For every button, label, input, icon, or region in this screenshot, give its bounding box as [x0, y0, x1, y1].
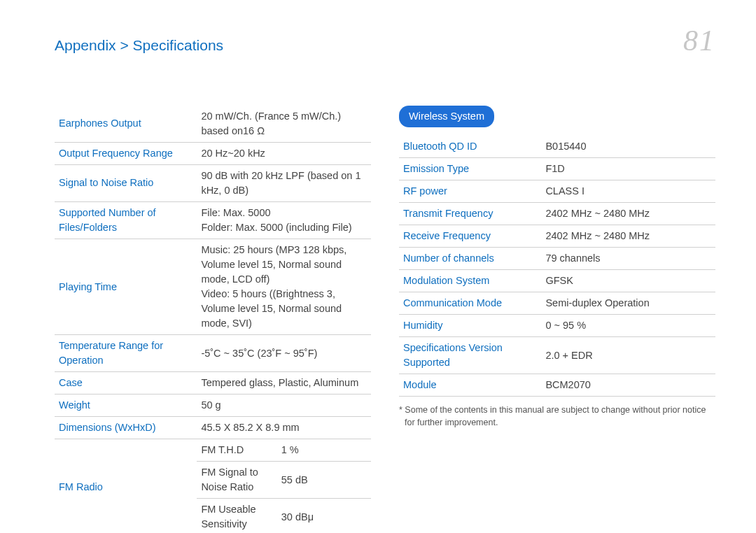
spec-value: Tempered glass, Plastic, Aluminum	[197, 372, 371, 395]
table-row: FM Radio FM T.H.D1 %	[55, 439, 371, 462]
spec-label: Bluetooth QD ID	[399, 136, 541, 158]
spec-value: 50 g	[197, 395, 371, 417]
spec-label: Signal to Noise Ratio	[55, 164, 197, 201]
table-row: Output Frequency Range20 Hz~20 kHz	[55, 142, 371, 164]
breadcrumb-sub: Specifications	[133, 37, 224, 53]
spec-value: B015440	[541, 136, 715, 158]
content-columns: Earphones Output20 mW/Ch. (France 5 mW/C…	[55, 106, 715, 533]
fm-subvalue: 30 dBμ	[277, 499, 371, 533]
spec-table-left: Earphones Output20 mW/Ch. (France 5 mW/C…	[55, 106, 371, 533]
table-row: Communication ModeSemi-duplex Operation	[399, 292, 715, 315]
spec-label: Specifications Version Supported	[399, 337, 541, 374]
spec-value: 0 ~ 95 %	[541, 315, 715, 337]
table-row: CaseTempered glass, Plastic, Aluminum	[55, 372, 371, 395]
table-row: ModuleBCM2070	[399, 374, 715, 397]
spec-value: Semi-duplex Operation	[541, 292, 715, 315]
fm-subrow: FM Useable Sensitivity30 dBμ	[197, 499, 371, 533]
spec-value: File: Max. 5000 Folder: Max. 5000 (inclu…	[197, 201, 371, 239]
fm-subrow: FM Signal to Noise Ratio55 dB	[197, 462, 371, 498]
fm-subvalue: 1 %	[277, 439, 371, 461]
breadcrumb-sep: >	[120, 37, 128, 53]
spec-label: Temperature Range for Operation	[55, 335, 197, 372]
table-row: Weight50 g	[55, 395, 371, 417]
table-row: Bluetooth QD IDB015440	[399, 136, 715, 158]
spec-value: -5˚C ~ 35˚C (23˚F ~ 95˚F)	[197, 335, 371, 372]
fm-subrow: FM T.H.D1 %	[197, 439, 371, 461]
table-row: Transmit Frequency2402 MHz ~ 2480 MHz	[399, 202, 715, 225]
fm-sublabel: FM T.H.D	[197, 439, 276, 461]
spec-label: Receive Frequency	[399, 225, 541, 247]
spec-table-right: Bluetooth QD IDB015440 Emission TypeF1D …	[399, 136, 715, 397]
table-row: Emission TypeF1D	[399, 157, 715, 180]
spec-label: Communication Mode	[399, 292, 541, 315]
spec-label: Humidity	[399, 315, 541, 337]
table-row: Humidity0 ~ 95 %	[399, 315, 715, 337]
spec-label: Earphones Output	[55, 106, 197, 143]
spec-value: BCM2070	[541, 374, 715, 397]
table-row: Playing TimeMusic: 25 hours (MP3 128 kbp…	[55, 239, 371, 335]
spec-value: 2402 MHz ~ 2480 MHz	[541, 202, 715, 225]
spec-label: Playing Time	[55, 239, 197, 335]
spec-label: Weight	[55, 395, 197, 417]
spec-value: CLASS I	[541, 180, 715, 202]
table-row: Specifications Version Supported2.0 + ED…	[399, 337, 715, 374]
spec-value: F1D	[541, 157, 715, 180]
table-row: Modulation SystemGFSK	[399, 270, 715, 292]
spec-value: 2402 MHz ~ 2480 MHz	[541, 225, 715, 247]
footnote: * Some of the contents in this manual ar…	[399, 404, 715, 429]
spec-label: RF power	[399, 180, 541, 202]
table-row: RF powerCLASS I	[399, 180, 715, 202]
section-pill-wireless: Wireless System	[399, 106, 494, 127]
spec-label: Output Frequency Range	[55, 142, 197, 164]
spec-value: 20 Hz~20 kHz	[197, 142, 371, 164]
spec-value: 90 dB with 20 kHz LPF (based on 1 kHz, 0…	[197, 164, 371, 201]
spec-value: 79 channels	[541, 247, 715, 269]
table-row: Temperature Range for Operation-5˚C ~ 35…	[55, 335, 371, 372]
table-row: Supported Number of Files/FoldersFile: M…	[55, 201, 371, 239]
spec-value: 2.0 + EDR	[541, 337, 715, 374]
spec-label-fmradio: FM Radio	[55, 439, 197, 533]
spec-value: Music: 25 hours (MP3 128 kbps, Volume le…	[197, 239, 371, 335]
fm-sublabel: FM Signal to Noise Ratio	[197, 462, 276, 498]
fm-subvalue: 55 dB	[277, 462, 371, 498]
spec-value: GFSK	[541, 270, 715, 292]
spec-label: Supported Number of Files/Folders	[55, 201, 197, 239]
page-header: Appendix > Specifications 81	[55, 20, 715, 62]
table-row: Number of channels79 channels	[399, 247, 715, 269]
spec-label: Case	[55, 372, 197, 395]
spec-value: 20 mW/Ch. (France 5 mW/Ch.) based on16 Ω	[197, 106, 371, 143]
spec-label: Modulation System	[399, 270, 541, 292]
spec-value: 45.5 X 85.2 X 8.9 mm	[197, 417, 371, 439]
table-row: Earphones Output20 mW/Ch. (France 5 mW/C…	[55, 106, 371, 143]
spec-label: Emission Type	[399, 157, 541, 180]
right-column: Wireless System Bluetooth QD IDB015440 E…	[399, 106, 715, 429]
spec-label: Module	[399, 374, 541, 397]
table-row: Signal to Noise Ratio90 dB with 20 kHz L…	[55, 164, 371, 201]
table-row: Dimensions (WxHxD)45.5 X 85.2 X 8.9 mm	[55, 417, 371, 439]
spec-label: Dimensions (WxHxD)	[55, 417, 197, 439]
breadcrumb: Appendix > Specifications	[55, 35, 223, 56]
table-row: Receive Frequency2402 MHz ~ 2480 MHz	[399, 225, 715, 247]
spec-label: Number of channels	[399, 247, 541, 269]
left-column: Earphones Output20 mW/Ch. (France 5 mW/C…	[55, 106, 371, 533]
breadcrumb-main: Appendix	[55, 37, 116, 53]
page-number: 81	[683, 20, 715, 62]
fm-sublabel: FM Useable Sensitivity	[197, 499, 276, 533]
spec-label: Transmit Frequency	[399, 202, 541, 225]
